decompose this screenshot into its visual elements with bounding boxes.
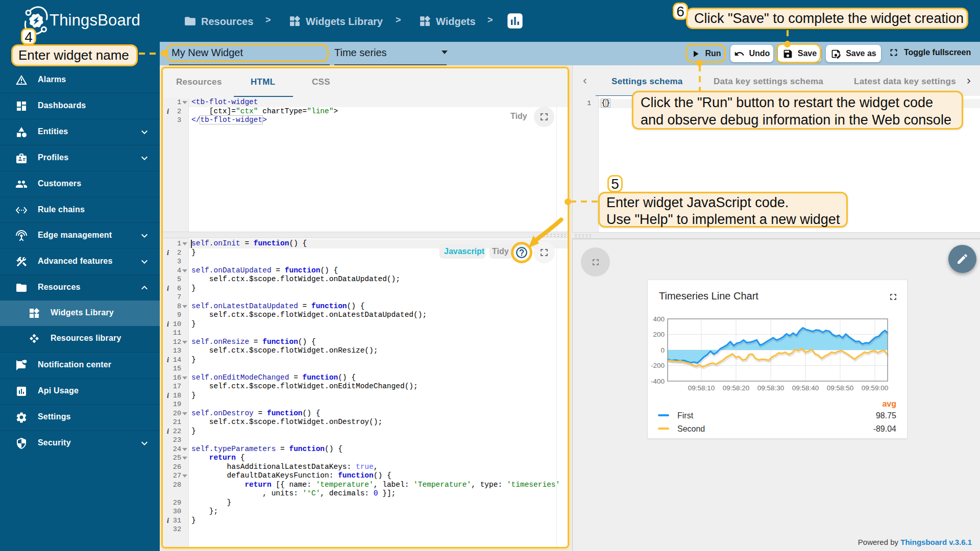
- svg-text:200: 200: [653, 331, 665, 338]
- svg-text:400: 400: [653, 315, 665, 323]
- svg-text:09:58:20: 09:58:20: [723, 384, 750, 392]
- svg-text:-400: -400: [651, 378, 665, 385]
- svg-text:09:58:10: 09:58:10: [688, 384, 715, 392]
- svg-text:-200: -200: [651, 362, 665, 369]
- svg-text:0: 0: [660, 346, 665, 354]
- svg-text:09:58:40: 09:58:40: [792, 384, 819, 392]
- svg-text:09:58:30: 09:58:30: [757, 384, 785, 392]
- svg-text:09:59:00: 09:59:00: [862, 384, 889, 392]
- svg-text:09:58:50: 09:58:50: [827, 384, 854, 392]
